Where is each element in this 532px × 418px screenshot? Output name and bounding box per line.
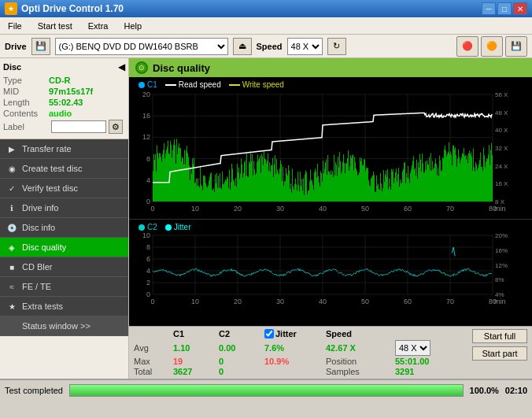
sidebar-item-extra-tests-label: Extra tests xyxy=(22,301,63,311)
menu-file[interactable]: File xyxy=(3,20,27,32)
disc-quality-header: ⊙ Disc quality xyxy=(129,58,532,77)
main-layout: Disc ◀ Type CD-R MID 97m15s17f Length 55… xyxy=(0,58,532,379)
time-display: 02:10 xyxy=(505,386,527,395)
jitter-legend-dot xyxy=(165,224,172,231)
start-part-button[interactable]: Start part xyxy=(472,346,527,361)
start-full-button[interactable]: Start full xyxy=(472,329,527,343)
speed-value: 42.67 X xyxy=(326,343,389,353)
max-jitter: 10.9% xyxy=(264,357,320,366)
app-icon: ★ xyxy=(5,2,17,15)
transfer-rate-icon: ▶ xyxy=(6,143,17,154)
title-bar: ★ Opti Drive Control 1.70 ─ □ ✕ xyxy=(0,0,532,17)
sidebar: Disc ◀ Type CD-R MID 97m15s17f Length 55… xyxy=(0,58,129,379)
sidebar-item-cd-bler[interactable]: ■ CD Bler xyxy=(0,257,128,277)
max-label: Max xyxy=(134,357,167,366)
label-label: Label xyxy=(3,122,49,131)
icon-btn-1[interactable]: 🔴 xyxy=(456,36,478,57)
status-bar: Test completed 100.0% 02:10 xyxy=(0,379,532,401)
icon-btn-3[interactable]: 💾 xyxy=(505,36,527,57)
close-button[interactable]: ✕ xyxy=(513,2,527,15)
position-label: Position xyxy=(326,357,389,366)
window-title: Opti Drive Control 1.70 xyxy=(21,3,124,14)
jitter-legend-label: Jitter xyxy=(174,223,191,231)
settings-button[interactable]: ⚙ xyxy=(109,120,123,134)
fe-te-icon: ≈ xyxy=(6,281,17,292)
disc-toggle[interactable]: ◀ xyxy=(118,61,125,72)
start-buttons: Start full Start part xyxy=(472,329,527,361)
length-label: Length xyxy=(3,98,49,107)
menu-extra[interactable]: Extra xyxy=(83,20,113,32)
c2-header: C2 xyxy=(219,329,258,338)
label-input[interactable] xyxy=(51,120,106,133)
sidebar-item-disc-quality[interactable]: ◈ Disc quality xyxy=(0,238,128,257)
drive-bar: Drive 💾 (G:) BENQ DVD DD DW1640 BSRB ⏏ S… xyxy=(0,35,532,58)
eject-button[interactable]: ⏏ xyxy=(233,38,252,55)
sidebar-item-verify-label: Verify test disc xyxy=(22,183,78,193)
verify-disc-icon: ✓ xyxy=(6,183,17,194)
sidebar-item-transfer-rate[interactable]: ▶ Transfer rate xyxy=(0,139,128,159)
total-c2: 0 xyxy=(219,367,258,376)
top-chart-canvas xyxy=(129,77,532,219)
avg-row: Avg 1.10 0.00 7.6% 42.67 X 48 X xyxy=(134,340,466,356)
menu-start-test[interactable]: Start test xyxy=(33,20,77,32)
icon-btn-2[interactable]: 🟠 xyxy=(481,36,503,57)
avg-jitter: 7.6% xyxy=(264,343,320,353)
total-label: Total xyxy=(134,367,167,376)
stats-section: C1 C2 Jitter Speed Avg 1.10 0.00 7.6% xyxy=(129,326,532,379)
speed-select-stats[interactable]: 48 X xyxy=(395,340,430,356)
menu-bar: File Start test Extra Help xyxy=(0,17,532,35)
c1-header: C1 xyxy=(173,329,212,338)
total-c1: 3627 xyxy=(173,367,212,376)
avg-c1: 1.10 xyxy=(173,343,212,353)
refresh-button[interactable]: ↻ xyxy=(327,38,346,55)
window-controls: ─ □ ✕ xyxy=(482,2,527,15)
samples-value: 3291 xyxy=(395,367,414,376)
sidebar-item-cd-bler-label: CD Bler xyxy=(22,262,53,272)
max-c1: 19 xyxy=(173,357,212,366)
jitter-checkbox[interactable] xyxy=(264,329,274,338)
max-c2: 0 xyxy=(219,357,258,366)
drive-select[interactable]: (G:) BENQ DVD DD DW1640 BSRB xyxy=(55,38,228,55)
c1-legend-dot xyxy=(139,82,145,88)
sidebar-item-create-label: Create test disc xyxy=(22,164,82,173)
stats-row: C1 C2 Jitter Speed Avg 1.10 0.00 7.6% xyxy=(134,329,527,376)
sidebar-item-drive-info[interactable]: ℹ Drive info xyxy=(0,198,128,218)
extra-tests-icon: ★ xyxy=(6,301,17,312)
sidebar-item-disc-info-label: Disc info xyxy=(22,223,55,232)
type-value: CD-R xyxy=(49,76,71,85)
sidebar-item-fe-te[interactable]: ≈ FE / TE xyxy=(0,277,128,297)
progress-fill xyxy=(70,385,463,396)
sidebar-item-disc-quality-label: Disc quality xyxy=(22,242,66,252)
progress-bar xyxy=(69,384,464,397)
menu-help[interactable]: Help xyxy=(119,20,146,32)
read-speed-legend-label: Read speed xyxy=(179,80,221,89)
sidebar-item-verify-test-disc[interactable]: ✓ Verify test disc xyxy=(0,179,128,198)
jitter-header: Jitter xyxy=(275,329,297,338)
sidebar-item-drive-info-label: Drive info xyxy=(22,203,58,213)
progress-percent: 100.0% xyxy=(470,386,499,395)
speed-header: Speed xyxy=(326,329,373,338)
drive-icon: 💾 xyxy=(31,38,50,55)
c1-legend-label: C1 xyxy=(147,80,157,89)
stats-header-row: C1 C2 Jitter Speed xyxy=(134,329,466,338)
maximize-button[interactable]: □ xyxy=(497,2,512,15)
sidebar-item-disc-info[interactable]: 💿 Disc info xyxy=(0,218,128,238)
c2-legend-dot xyxy=(139,224,145,231)
mid-value: 97m15s17f xyxy=(49,87,93,96)
disc-section-title: Disc xyxy=(3,62,21,72)
chart-top-legend: C1 Read speed Write speed xyxy=(139,80,284,89)
sidebar-item-transfer-rate-label: Transfer rate xyxy=(22,144,72,154)
length-value: 55:02.43 xyxy=(49,98,83,107)
disc-quality-title: Disc quality xyxy=(153,62,210,74)
chart-bottom: C2 Jitter xyxy=(129,219,532,310)
sidebar-item-status-window[interactable]: Status window >> xyxy=(0,316,128,336)
samples-label: Samples xyxy=(326,367,389,376)
bottom-chart-canvas xyxy=(129,220,532,310)
status-text: Test completed xyxy=(5,386,63,395)
minimize-button[interactable]: ─ xyxy=(482,2,496,15)
sidebar-item-create-test-disc[interactable]: ◉ Create test disc xyxy=(0,159,128,179)
speed-select[interactable]: 48 X xyxy=(287,38,323,55)
sidebar-item-extra-tests[interactable]: ★ Extra tests xyxy=(0,297,128,316)
max-row: Max 19 0 10.9% Position 55:01.00 xyxy=(134,357,466,366)
stats-table: C1 C2 Jitter Speed Avg 1.10 0.00 7.6% xyxy=(134,329,466,376)
